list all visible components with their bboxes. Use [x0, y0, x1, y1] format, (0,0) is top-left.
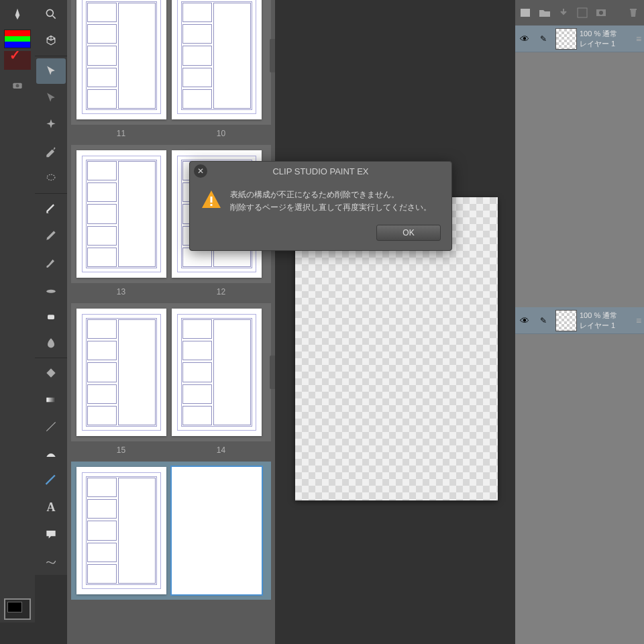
ruler-tool[interactable] — [36, 468, 66, 493]
camera-tool[interactable] — [3, 72, 32, 98]
brush-tool[interactable] — [36, 250, 66, 275]
edit-target-icon[interactable]: ✎ — [534, 34, 553, 44]
svg-point-1 — [16, 84, 19, 87]
lasso-tool[interactable] — [36, 166, 66, 191]
cube-tool[interactable] — [36, 28, 66, 54]
page-thumb-11[interactable] — [76, 0, 166, 119]
figure-tool[interactable] — [36, 441, 66, 466]
page-spread-14-15[interactable] — [71, 303, 271, 441]
merge-icon[interactable] — [576, 6, 589, 19]
svg-rect-13 — [211, 197, 213, 203]
svg-line-8 — [46, 422, 55, 431]
pen-nib-tool[interactable] — [3, 1, 32, 27]
fill-tool[interactable] — [36, 360, 66, 386]
blend-tool[interactable] — [36, 330, 66, 356]
color-mode-swatch[interactable] — [4, 30, 31, 48]
ok-button[interactable]: OK — [376, 225, 441, 241]
sparkle-tool[interactable] — [36, 112, 66, 138]
svg-point-5 — [46, 290, 55, 293]
magnifier-tool[interactable] — [36, 1, 66, 27]
delete-layer-icon[interactable] — [627, 6, 640, 19]
page-label: 13 — [117, 284, 125, 299]
layer-toolbar — [515, 0, 644, 25]
edit-target-icon[interactable]: ✎ — [534, 316, 553, 325]
eraser-tool[interactable] — [36, 303, 66, 329]
left-toolbar-tools: A — [35, 0, 67, 575]
error-dialog: ✕ CLIP STUDIO PAINT EX 表紙の構成が不正になるため削除でき… — [189, 161, 452, 251]
svg-line-3 — [53, 16, 56, 19]
page-thumb-17[interactable] — [76, 467, 166, 594]
layer-menu-icon[interactable]: ≡ — [633, 34, 644, 44]
transfer-down-icon[interactable] — [557, 6, 570, 19]
page-thumb-10[interactable] — [172, 0, 262, 119]
svg-point-4 — [47, 174, 55, 180]
layer-thumbnail[interactable] — [555, 28, 577, 50]
svg-rect-9 — [521, 9, 530, 17]
spread-handle[interactable] — [270, 39, 275, 72]
mask-icon[interactable] — [594, 6, 608, 19]
page-label: 12 — [217, 284, 225, 299]
quick-access-swatch[interactable] — [4, 51, 31, 70]
operation-tool[interactable] — [36, 58, 66, 84]
foreground-background-color[interactable] — [4, 598, 31, 620]
eyedropper-tool[interactable] — [36, 139, 66, 164]
spread-handle[interactable] — [270, 356, 275, 389]
visibility-toggle-icon[interactable]: 👁 — [515, 34, 534, 44]
visibility-toggle-icon[interactable]: 👁 — [515, 315, 534, 326]
page-thumb-13[interactable] — [76, 150, 166, 278]
page-label: 15 — [117, 443, 125, 458]
warning-icon — [201, 189, 222, 210]
page-label: 11 — [117, 126, 125, 141]
page-thumb-14[interactable] — [172, 309, 262, 436]
svg-rect-7 — [46, 398, 55, 402]
pencil-tool[interactable] — [36, 223, 66, 248]
layer-menu-icon[interactable]: ≡ — [633, 315, 644, 326]
balloon-tool[interactable] — [36, 521, 66, 547]
page-label: 10 — [217, 126, 225, 141]
new-folder-icon[interactable] — [538, 6, 551, 19]
line-tool[interactable] — [36, 414, 66, 439]
text-tool[interactable]: A — [36, 494, 66, 520]
left-toolbar-primary — [0, 0, 35, 623]
layer-info: 100 % 通常 レイヤー 1 — [580, 311, 633, 330]
page-thumb-15[interactable] — [76, 309, 166, 436]
move-tool[interactable] — [36, 85, 66, 111]
pen-tool[interactable] — [36, 196, 66, 221]
svg-point-12 — [599, 11, 603, 15]
svg-rect-6 — [48, 315, 54, 319]
dialog-message: 表紙の構成が不正になるため削除できません。 削除するページを選択し直して再度実行… — [230, 189, 431, 214]
decoration-tool[interactable] — [36, 276, 66, 302]
svg-point-2 — [46, 9, 53, 16]
svg-rect-10 — [578, 8, 587, 17]
layer-item[interactable]: 👁 ✎ 100 % 通常 レイヤー 1 ≡ — [515, 307, 644, 334]
close-icon[interactable]: ✕ — [194, 164, 207, 178]
dialog-title-text: CLIP STUDIO PAINT EX — [272, 166, 368, 176]
layer-thumbnail[interactable] — [555, 310, 577, 331]
correct-tool[interactable] — [36, 548, 66, 574]
layer-info: 100 % 通常 レイヤー 1 — [580, 29, 633, 48]
page-spread-16-17[interactable] — [71, 462, 271, 600]
page-manager-panel: 11 10 13 12 15 14 — [67, 0, 275, 644]
page-thumb-16-blank[interactable] — [172, 467, 262, 594]
page-label: 14 — [217, 443, 225, 458]
gradient-tool[interactable] — [36, 387, 66, 413]
layer-item[interactable]: 👁 ✎ 100 % 通常 レイヤー 1 ≡ — [515, 25, 644, 52]
svg-rect-14 — [211, 204, 213, 206]
page-spread-10-11[interactable] — [71, 0, 271, 125]
dialog-titlebar[interactable]: ✕ CLIP STUDIO PAINT EX — [190, 162, 451, 180]
new-layer-icon[interactable] — [519, 6, 533, 19]
layer-panel: 👁 ✎ 100 % 通常 レイヤー 1 ≡ 👁 ✎ 100 % 通常 レイヤー … — [515, 0, 644, 644]
